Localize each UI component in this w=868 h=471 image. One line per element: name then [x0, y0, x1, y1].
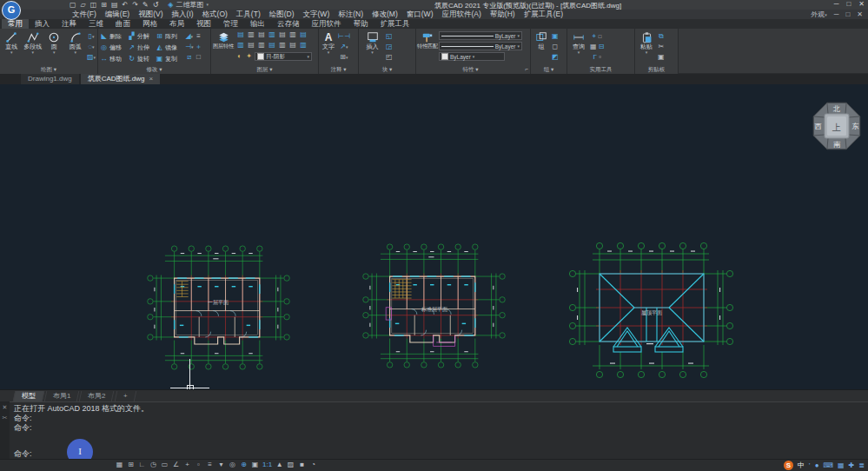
grid-icon[interactable]: ▦ — [116, 460, 123, 470]
menu-item-4[interactable]: 格式(O) — [198, 10, 232, 19]
layer-select[interactable]: 日-阴影 ▾ — [255, 52, 312, 61]
hardware-accel-icon[interactable]: ▨ — [287, 460, 295, 470]
panel-title-modify[interactable]: 修改 ▾ — [98, 65, 210, 74]
ime-punctuation-icon[interactable]: ’ — [809, 461, 811, 469]
maximize-button[interactable]: □ — [846, 0, 851, 8]
ribbon-tab-7[interactable]: 视图 — [190, 19, 217, 29]
snap-icon[interactable]: ⊞ — [127, 460, 135, 470]
floor-plan-1-drawing[interactable] — [144, 242, 293, 373]
modify-2-button[interactable]: ▞分解 — [128, 30, 156, 42]
workspace-dropdown[interactable]: ◈ 二维草图 ▾ — [168, 0, 209, 10]
menu-item-8[interactable]: 标注(N) — [334, 10, 368, 19]
trim-button[interactable]: ⊣▾ — [185, 42, 193, 51]
layer-tool-icon[interactable]: ▥ — [298, 41, 308, 50]
close-button[interactable]: ✕ — [858, 0, 865, 8]
menu-item-11[interactable]: 应用软件(A) — [437, 10, 485, 19]
modify-4-button[interactable]: ◎偏移 — [100, 42, 128, 53]
ribbon-tab-6[interactable]: 布局 — [163, 19, 190, 29]
ime-tools-icon[interactable]: ✚ — [849, 461, 855, 469]
modify-3-button[interactable]: ⊞阵列 — [156, 30, 183, 42]
measure-button[interactable]: 查询▾ — [569, 30, 588, 64]
view-cube-top[interactable]: 上 — [832, 123, 841, 132]
menu-item-0[interactable]: 文件(F) — [68, 10, 101, 19]
lineweight-icon[interactable]: ≡ — [206, 460, 214, 470]
quick-properties-icon[interactable]: ⊕ — [240, 460, 248, 470]
doc-close-button[interactable]: ✕ — [857, 10, 863, 18]
ime-mic-icon[interactable]: ● — [815, 461, 819, 469]
calculator-button[interactable]: ▦ ⊟ — [590, 42, 604, 51]
layer-tool-icon[interactable]: ▤ — [267, 41, 277, 50]
ribbon-tab-11[interactable]: 应用软件 — [306, 19, 348, 29]
table-button[interactable]: ⊞▾ — [338, 52, 350, 62]
arc-button[interactable]: 圆弧▾ — [65, 30, 84, 64]
panel-title-draw[interactable]: 绘图 ▾ — [0, 65, 97, 74]
ribbon-tab-5[interactable]: 网格 — [136, 19, 163, 29]
ungroup-button[interactable]: ▣ — [552, 31, 559, 41]
ime-keyboard-icon[interactable]: ⌨ — [823, 461, 833, 469]
menu-item-12[interactable]: 帮助(H) — [486, 10, 520, 19]
match-properties-button[interactable]: 特性匹配 — [418, 30, 437, 64]
layout-tab-1[interactable]: 布局1 — [44, 391, 80, 401]
osnap-icon[interactable]: ▭ — [161, 460, 169, 470]
angle-icon[interactable]: ∠ — [172, 460, 180, 470]
layer-freeze-icon[interactable]: ✦ — [245, 51, 253, 62]
scale-button[interactable]: ⧄ — [185, 52, 193, 62]
print-icon[interactable]: ▤ — [111, 1, 118, 10]
lineweight-select[interactable]: ByLayer▾ — [439, 42, 522, 50]
menu-item-6[interactable]: 绘图(D) — [265, 10, 299, 19]
layer-tool-icon[interactable]: ▥ — [267, 30, 277, 40]
modify-9-button[interactable]: ▣复制 — [156, 53, 183, 64]
modify-1-button[interactable]: ◣删除 — [100, 30, 128, 42]
layer-tool-icon[interactable]: ▤ — [277, 30, 288, 40]
layer-tool-icon[interactable]: ▥ — [235, 41, 246, 50]
quick-select-button[interactable]: ⌖ ◻ — [590, 31, 604, 41]
layer-tool-icon[interactable]: ▤ — [256, 30, 267, 40]
save-all-icon[interactable]: ⊞ — [101, 1, 107, 10]
minimize-button[interactable]: ─ — [834, 0, 839, 8]
menu-item-10[interactable]: 窗口(W) — [402, 10, 438, 19]
group-button[interactable]: 组 — [533, 30, 550, 64]
ribbon-tab-9[interactable]: 输出 — [244, 19, 271, 29]
panel-title-group[interactable]: 组 ▾ — [531, 65, 567, 74]
close-command-icon[interactable]: ✕ — [3, 404, 8, 411]
selection-cycle-icon[interactable]: ◎ — [229, 460, 236, 470]
ribbon-tab-12[interactable]: 帮助 — [348, 19, 374, 29]
menu-item-2[interactable]: 视图(V) — [134, 10, 167, 19]
layer-tool-icon[interactable]: ▥ — [277, 41, 288, 50]
layer-tool-icon[interactable]: ▤ — [235, 30, 246, 40]
redo-icon[interactable]: ↷ — [132, 1, 138, 10]
close-tab-icon[interactable]: × — [149, 74, 154, 84]
modify-5-button[interactable]: ↗拉伸 — [128, 42, 156, 53]
layer-on-icon[interactable]: ◐ — [235, 51, 243, 62]
panel-title-block[interactable]: 块 ▾ — [359, 65, 415, 74]
doc-restore-button[interactable]: □ — [845, 10, 850, 18]
create-block-button[interactable]: ◱ — [386, 31, 393, 41]
drawing-canvas[interactable]: 一层平面 标准层平面 屋顶平面 上 北 南 西 东 — [0, 84, 868, 389]
command-window[interactable]: 正在打开 AutoCAD 2018 格式的文件。命令:命令: — [0, 401, 868, 459]
layer-tool-icon[interactable]: ▤ — [298, 30, 308, 40]
layer-tool-icon[interactable]: ▤ — [246, 41, 256, 50]
ime-menu-icon[interactable]: ≣ — [858, 461, 865, 469]
menu-item-1[interactable]: 编辑(E) — [101, 10, 134, 19]
annotate-pen-icon[interactable]: ✎ — [142, 1, 149, 10]
paste-button[interactable]: 粘贴▾ — [637, 30, 656, 64]
workspace-switch-icon[interactable]: ▲ — [275, 460, 283, 470]
modify-6-button[interactable]: ◭镜像 — [156, 42, 183, 53]
isolate-icon[interactable]: ■ — [298, 460, 306, 470]
ribbon-tab-1[interactable]: 插入 — [29, 19, 56, 29]
ribbon-tab-3[interactable]: 三维 — [83, 19, 109, 29]
ribbon-tab-4[interactable]: 曲面 — [109, 19, 136, 29]
ime-language-indicator[interactable]: 中 — [798, 461, 805, 470]
annotation-icon[interactable]: ▣ — [251, 460, 259, 470]
circle-button[interactable]: 圆▾ — [44, 30, 63, 64]
join-button[interactable]: □ — [195, 52, 202, 62]
clean-screen-icon[interactable]: ◔ — [309, 460, 317, 470]
linetype-select[interactable]: ByLayer▾ — [439, 31, 522, 40]
polyline-button[interactable]: 多段线▾ — [23, 30, 42, 64]
view-cube-north[interactable]: 北 — [832, 105, 840, 113]
ribbon-tab-0[interactable]: 常用 — [2, 19, 29, 29]
ribbon-tab-8[interactable]: 管理 — [217, 19, 244, 29]
view-cube-west[interactable]: 西 — [815, 123, 822, 130]
dimension-button[interactable]: ⊢⊣ — [338, 31, 350, 41]
panel-title-layer[interactable]: 图层 ▾ — [211, 65, 318, 74]
